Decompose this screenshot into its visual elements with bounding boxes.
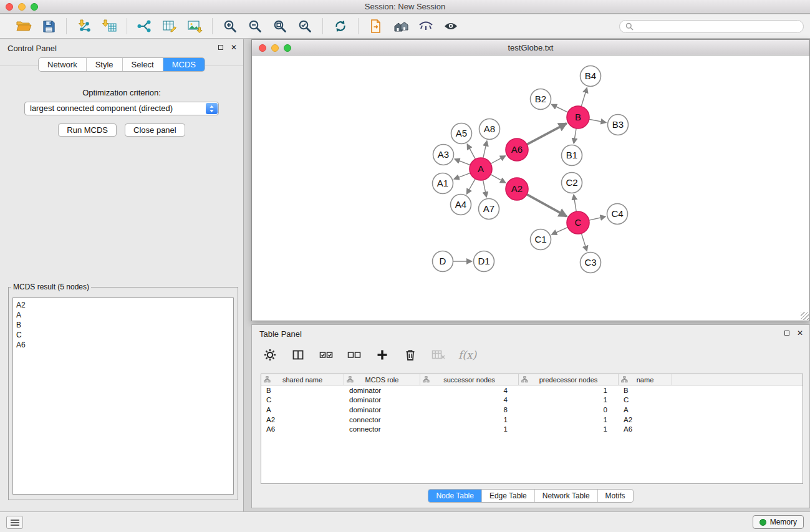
- node-A[interactable]: A: [470, 158, 492, 180]
- node-B1[interactable]: B1: [562, 145, 582, 166]
- tab-select[interactable]: Select: [123, 58, 163, 71]
- column-button[interactable]: [290, 346, 306, 364]
- node-A7[interactable]: A7: [479, 199, 499, 220]
- edge-A2-C[interactable]: [527, 195, 567, 216]
- network-window-titlebar[interactable]: testGlobe.txt: [252, 40, 809, 56]
- edge-A-A2[interactable]: [491, 175, 506, 183]
- column-header-MCDS-role[interactable]: MCDS role: [344, 374, 420, 385]
- table-row[interactable]: Bdominator41B: [261, 385, 803, 395]
- search-input[interactable]: [637, 21, 798, 31]
- export-image-button[interactable]: [185, 17, 205, 36]
- result-item[interactable]: A2: [16, 300, 230, 310]
- node-A5[interactable]: A5: [451, 123, 472, 144]
- node-A1[interactable]: A1: [433, 173, 453, 194]
- save-session-button[interactable]: [39, 17, 59, 36]
- table-row[interactable]: A6connector11A6: [261, 424, 803, 434]
- node-A3[interactable]: A3: [433, 145, 454, 165]
- new-network-button[interactable]: [135, 17, 155, 36]
- edge-B-B4[interactable]: [581, 88, 587, 107]
- refresh-button[interactable]: [330, 17, 350, 36]
- delete-button[interactable]: [402, 346, 418, 364]
- delete-table-button[interactable]: [430, 346, 446, 364]
- column-header-name[interactable]: name: [619, 374, 672, 385]
- table-row[interactable]: Adominator80A: [261, 405, 803, 415]
- node-A6[interactable]: A6: [506, 138, 528, 161]
- result-item[interactable]: A: [16, 310, 230, 320]
- import-network-button[interactable]: [74, 17, 94, 36]
- zoom-window-button[interactable]: [31, 3, 38, 11]
- tab-motifs[interactable]: Motifs: [598, 490, 633, 502]
- node-C1[interactable]: C1: [531, 230, 551, 250]
- edge-A-A8[interactable]: [483, 141, 487, 158]
- edge-B-B1[interactable]: [574, 128, 576, 143]
- node-A8[interactable]: A8: [480, 119, 500, 140]
- table-row[interactable]: Cdominator41C: [261, 395, 803, 405]
- memory-button[interactable]: Memory: [753, 515, 804, 529]
- function-builder-button[interactable]: f(x): [458, 349, 476, 361]
- node-B[interactable]: B: [567, 106, 589, 128]
- close-window-button[interactable]: [6, 3, 13, 11]
- node-B3[interactable]: B3: [608, 115, 629, 135]
- tab-style[interactable]: Style: [87, 58, 123, 71]
- tab-network[interactable]: Network: [39, 58, 87, 71]
- zoom-in-button[interactable]: [220, 17, 240, 36]
- task-history-button[interactable]: [6, 516, 23, 529]
- network-graph[interactable]: AA1A2A3A4A5A6A7A8BB1B2B3B4CC1C2C3C4DD1: [252, 56, 809, 321]
- edge-A-A4[interactable]: [467, 179, 476, 194]
- result-item[interactable]: B: [16, 320, 230, 330]
- node-A2[interactable]: A2: [506, 178, 528, 200]
- mcds-result-list[interactable]: A2ABCA6: [12, 297, 234, 495]
- open-file-button[interactable]: [14, 17, 34, 36]
- node-B4[interactable]: B4: [581, 66, 601, 87]
- edge-C-C1[interactable]: [552, 227, 568, 235]
- node-C2[interactable]: C2: [562, 173, 582, 193]
- close-panel-button[interactable]: Close panel: [125, 123, 185, 137]
- home-button[interactable]: [391, 17, 411, 36]
- edge-B-B3[interactable]: [589, 119, 606, 122]
- deselect-all-button[interactable]: [346, 346, 362, 364]
- tab-mcds[interactable]: MCDS: [163, 58, 205, 71]
- float-table-panel-icon[interactable]: [784, 331, 789, 336]
- tab-network-table[interactable]: Network Table: [535, 490, 598, 502]
- result-item[interactable]: A6: [16, 340, 230, 350]
- table-row[interactable]: A2connector11A2: [261, 415, 803, 425]
- eye-button[interactable]: [441, 17, 461, 36]
- close-network-button[interactable]: [259, 44, 266, 52]
- style-button[interactable]: [416, 17, 436, 36]
- node-C3[interactable]: C3: [581, 253, 601, 273]
- minimize-window-button[interactable]: [18, 3, 26, 11]
- resize-grip[interactable]: [801, 312, 809, 320]
- node-C[interactable]: C: [567, 211, 589, 234]
- search-box[interactable]: [619, 20, 804, 33]
- edge-A6-B[interactable]: [527, 123, 567, 145]
- node-D1[interactable]: D1: [474, 251, 494, 272]
- column-header-successor-nodes[interactable]: successor nodes: [420, 374, 519, 385]
- window-titlebar[interactable]: Session: New Session: [0, 0, 810, 14]
- zoom-selected-button[interactable]: [295, 17, 315, 36]
- result-item[interactable]: C: [16, 330, 230, 340]
- settings-gear-button[interactable]: [262, 346, 278, 364]
- edge-A-A6[interactable]: [491, 156, 506, 164]
- minimize-network-button[interactable]: [271, 44, 279, 52]
- close-table-panel-icon[interactable]: ✕: [797, 330, 803, 336]
- clipboard-button[interactable]: [366, 17, 386, 36]
- zoom-fit-button[interactable]: [270, 17, 290, 36]
- column-header-predecessor-nodes[interactable]: predecessor nodes: [519, 374, 619, 385]
- edge-B-B2[interactable]: [552, 105, 568, 113]
- edge-C-C4[interactable]: [589, 216, 605, 220]
- zoom-out-button[interactable]: [245, 17, 265, 36]
- edge-C-C2[interactable]: [574, 195, 576, 211]
- node-A4[interactable]: A4: [451, 195, 471, 215]
- select-all-button[interactable]: [318, 346, 334, 364]
- edge-C-C3[interactable]: [581, 233, 587, 251]
- float-panel-icon[interactable]: [218, 45, 223, 50]
- node-C4[interactable]: C4: [607, 204, 628, 225]
- edge-A-A3[interactable]: [455, 159, 470, 165]
- close-panel-icon[interactable]: ✕: [231, 44, 237, 51]
- node-B2[interactable]: B2: [531, 89, 551, 110]
- edge-A-A7[interactable]: [483, 180, 487, 197]
- optimization-dropdown[interactable]: largest connected component (directed): [24, 102, 219, 115]
- edge-A-A1[interactable]: [454, 173, 470, 179]
- new-table-button[interactable]: [160, 17, 180, 36]
- column-header-shared-name[interactable]: shared name: [261, 374, 344, 385]
